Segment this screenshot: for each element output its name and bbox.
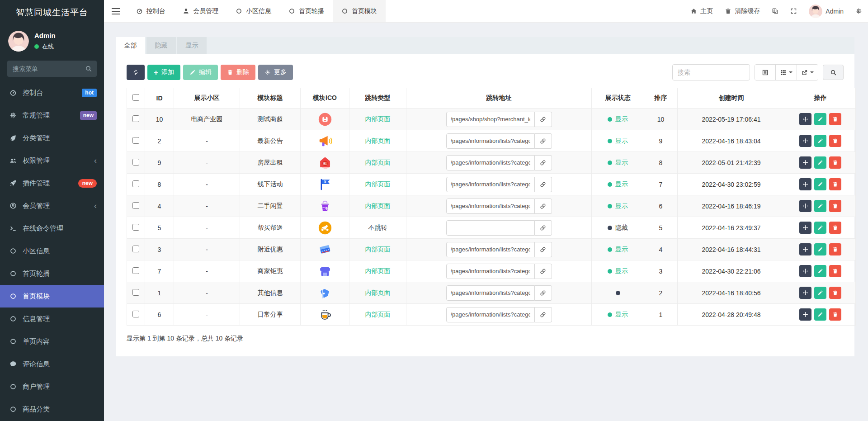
sidebar-item-4[interactable]: 插件管理new (0, 172, 104, 194)
detail-view-button[interactable] (755, 65, 775, 80)
search-submit-button[interactable] (823, 65, 844, 80)
drag-button[interactable] (799, 156, 811, 169)
link-button[interactable] (535, 133, 552, 149)
drag-button[interactable] (799, 178, 811, 190)
settings-button[interactable] (849, 0, 868, 22)
columns-button[interactable] (775, 65, 797, 80)
row-checkbox[interactable] (132, 246, 139, 252)
status-badge[interactable]: 显示 (608, 246, 628, 254)
url-input[interactable] (446, 307, 535, 322)
nav-tab-3[interactable]: 首页轮播 (280, 0, 333, 22)
row-edit-button[interactable] (814, 243, 826, 255)
status-badge[interactable] (616, 291, 620, 295)
tab-all[interactable]: 全部 (116, 37, 145, 54)
sidebar-item-1[interactable]: 常规管理new (0, 104, 104, 127)
url-input[interactable] (446, 285, 535, 301)
row-checkbox[interactable] (132, 224, 139, 231)
nav-tab-2[interactable]: 小区信息 (227, 0, 280, 22)
row-edit-button[interactable] (814, 287, 826, 299)
tab-hidden[interactable]: 隐藏 (146, 37, 176, 54)
row-delete-button[interactable] (829, 113, 841, 125)
export-button[interactable] (797, 65, 818, 80)
link-button[interactable] (535, 285, 552, 301)
url-input[interactable] (446, 242, 535, 257)
tab-shown[interactable]: 显示 (177, 37, 207, 54)
url-input[interactable] (446, 155, 535, 170)
row-edit-button[interactable] (814, 135, 826, 147)
sidebar-item-3[interactable]: 权限管理‹ (0, 149, 104, 172)
nav-tab-1[interactable]: 会员管理 (174, 0, 227, 22)
select-all-checkbox[interactable] (132, 94, 139, 101)
url-input[interactable] (446, 220, 535, 236)
row-checkbox[interactable] (132, 180, 139, 187)
url-input[interactable] (446, 264, 535, 279)
row-checkbox[interactable] (132, 202, 139, 209)
more-button[interactable]: 更多 (258, 65, 293, 80)
status-badge[interactable]: 显示 (608, 180, 628, 189)
sidebar-item-0[interactable]: 控制台hot (0, 81, 104, 104)
row-checkbox[interactable] (132, 137, 139, 144)
refresh-button[interactable] (127, 65, 145, 80)
sidebar-item-2[interactable]: 分类管理 (0, 127, 104, 149)
sidebar-item-9[interactable]: 首页模块 (0, 285, 104, 307)
row-edit-button[interactable] (814, 308, 826, 321)
sidebar-item-10[interactable]: 信息管理 (0, 307, 104, 330)
sidebar-item-8[interactable]: 首页轮播 (0, 262, 104, 285)
nav-tab-4[interactable]: 首页模块 (333, 0, 386, 22)
link-button[interactable] (535, 264, 552, 279)
status-badge[interactable]: 显示 (608, 137, 628, 145)
link-button[interactable] (535, 307, 552, 322)
row-checkbox[interactable] (132, 289, 139, 296)
status-badge[interactable]: 显示 (608, 202, 628, 210)
row-edit-button[interactable] (814, 222, 826, 234)
status-badge[interactable]: 显示 (608, 311, 628, 319)
url-input[interactable] (446, 177, 535, 192)
link-button[interactable] (535, 112, 552, 127)
home-button[interactable]: 主页 (684, 0, 719, 22)
sidebar-search-input[interactable] (7, 61, 97, 77)
row-edit-button[interactable] (814, 156, 826, 169)
drag-button[interactable] (799, 222, 811, 234)
row-checkbox[interactable] (132, 267, 139, 274)
drag-button[interactable] (799, 287, 811, 299)
delete-button[interactable]: 删除 (221, 65, 255, 80)
sidebar-item-5[interactable]: 会员管理‹ (0, 194, 104, 217)
drag-button[interactable] (799, 308, 811, 321)
link-button[interactable] (535, 199, 552, 214)
row-delete-button[interactable] (829, 222, 841, 234)
user-menu[interactable]: Admin (803, 0, 849, 22)
sidebar-item-6[interactable]: 在线命令管理 (0, 217, 104, 240)
link-button[interactable] (535, 177, 552, 192)
sidebar-item-11[interactable]: 单页内容 (0, 330, 104, 353)
drag-button[interactable] (799, 113, 811, 125)
status-badge[interactable]: 显示 (608, 159, 628, 167)
row-delete-button[interactable] (829, 265, 841, 277)
translate-button[interactable] (766, 0, 784, 22)
sidebar-item-14[interactable]: 商品分类 (0, 398, 104, 421)
drag-button[interactable] (799, 200, 811, 212)
row-edit-button[interactable] (814, 113, 826, 125)
link-button[interactable] (535, 155, 552, 170)
sidebar-item-13[interactable]: 商户管理 (0, 375, 104, 398)
link-button[interactable] (535, 220, 552, 236)
table-search-input[interactable] (672, 64, 750, 80)
drag-button[interactable] (799, 265, 811, 277)
add-button[interactable]: +添加 (147, 65, 180, 80)
row-delete-button[interactable] (829, 178, 841, 190)
url-input[interactable] (446, 199, 535, 214)
url-input[interactable] (446, 112, 535, 127)
nav-tab-0[interactable]: 控制台 (127, 0, 174, 22)
url-input[interactable] (446, 133, 535, 149)
row-checkbox[interactable] (132, 159, 139, 166)
row-delete-button[interactable] (829, 156, 841, 169)
hamburger-icon[interactable] (104, 0, 127, 22)
link-button[interactable] (535, 242, 552, 257)
sidebar-item-7[interactable]: 小区信息 (0, 240, 104, 262)
row-edit-button[interactable] (814, 178, 826, 190)
drag-button[interactable] (799, 243, 811, 255)
row-delete-button[interactable] (829, 308, 841, 321)
row-delete-button[interactable] (829, 135, 841, 147)
status-badge[interactable]: 显示 (608, 115, 628, 123)
row-delete-button[interactable] (829, 243, 841, 255)
clear-cache-button[interactable]: 清除缓存 (719, 0, 766, 22)
